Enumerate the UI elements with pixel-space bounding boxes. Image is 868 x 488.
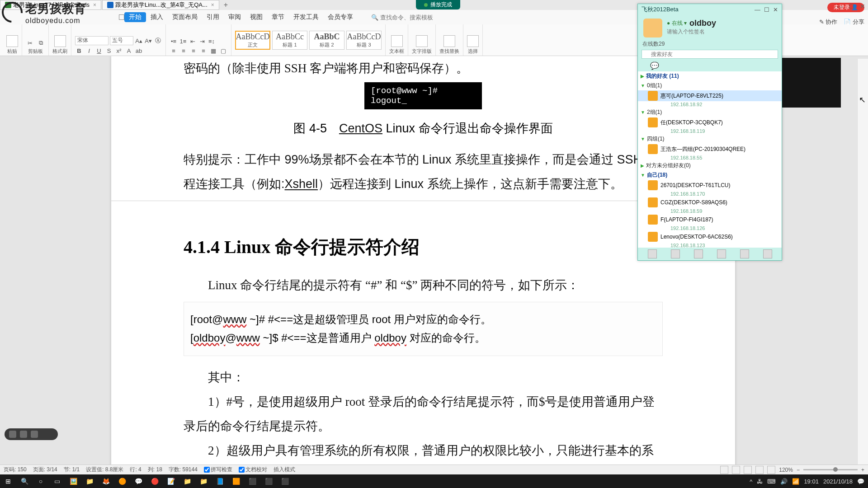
style-h2[interactable]: AaBbC标题 2 (309, 31, 344, 50)
close-icon[interactable]: × (211, 2, 214, 8)
grow-font-icon[interactable]: A▴ (135, 37, 143, 45)
tray-input-icon[interactable]: ⌨ (767, 478, 776, 485)
align-center-icon[interactable]: ≡ (179, 47, 188, 55)
minimize-icon[interactable]: — (837, 3, 843, 10)
status-section[interactable]: 节: 1/1 (64, 466, 80, 474)
friend-wanghaodong[interactable]: 王浩东—四组(PC-20190304QREE) (638, 144, 782, 155)
ftool3-icon[interactable] (31, 431, 38, 438)
menu-review[interactable]: 审阅 (224, 12, 245, 22)
tray-vol-icon[interactable]: 🔊 (780, 478, 788, 485)
app-12-icon[interactable]: ⬛ (244, 474, 260, 488)
indent-icon[interactable]: ⇥ (198, 37, 206, 45)
app-13-icon[interactable]: ⬛ (260, 474, 277, 488)
zoom-thumb[interactable] (833, 467, 838, 472)
command-search[interactable]: 🔍 (371, 14, 434, 21)
menu-vip[interactable]: 会员专享 (323, 12, 358, 22)
status-words[interactable]: 字数: 59144 (169, 466, 198, 474)
status-pos[interactable]: 设置值: 8.8厘米 (86, 466, 123, 474)
group-self[interactable]: ▼自己(18) (638, 170, 782, 180)
s4-icon[interactable] (732, 61, 742, 70)
bb2-icon[interactable] (671, 249, 680, 258)
close-icon[interactable]: ✕ (860, 3, 865, 10)
floating-toolbar[interactable] (5, 428, 58, 440)
search-taskbar-icon[interactable]: 🔍 (16, 474, 33, 488)
view-mode-3-icon[interactable] (744, 466, 752, 474)
underline-button[interactable]: U (95, 47, 103, 55)
tray-net-icon[interactable]: 🖧 (757, 478, 763, 485)
highlight-button[interactable]: ab (135, 47, 143, 55)
cut-icon[interactable]: ✂ (26, 39, 34, 47)
msg-icon[interactable]: 💬 (650, 61, 660, 70)
maximize-icon[interactable]: ☐ (849, 3, 854, 10)
doc-fix[interactable]: 文档校对 (239, 466, 267, 474)
taskview-icon[interactable]: ▭ (49, 474, 65, 488)
menu-start[interactable]: 开始 (124, 12, 146, 22)
avatar[interactable] (643, 19, 662, 38)
italic-button[interactable]: I (85, 47, 93, 55)
ftool1-icon[interactable] (9, 431, 16, 438)
min-icon[interactable]: — (755, 6, 760, 13)
app-5-icon[interactable]: 💬 (130, 474, 146, 488)
system-tray[interactable]: ^ 🖧 ⌨ 🔊 📶 19:01 2021/10/18 💬 (750, 478, 868, 485)
zoom-in-icon[interactable]: + (861, 467, 864, 473)
friend-search-input[interactable] (642, 50, 778, 59)
numbering-icon[interactable]: 1≡ (179, 37, 187, 45)
menu-view[interactable]: 视图 (245, 12, 267, 22)
style-h3[interactable]: AaBbCcD标题 3 (346, 31, 382, 50)
style-h1[interactable]: AaBbCc标题 1 (272, 31, 307, 50)
username[interactable]: ● 在线 ▾oldboy (667, 19, 716, 28)
app-7-icon[interactable]: 📝 (163, 474, 179, 488)
online-status[interactable]: ● 在线 ▾ (667, 19, 687, 27)
menu-layout[interactable]: 页面布局 (168, 12, 202, 22)
textbox-group[interactable]: 文本框 (386, 24, 408, 56)
centos-link[interactable]: CentOS (339, 122, 382, 135)
bb5-icon[interactable] (740, 249, 749, 258)
paste-button[interactable] (6, 35, 18, 47)
status-col[interactable]: 列: 18 (148, 466, 162, 474)
s2-icon[interactable] (678, 61, 688, 70)
s5-icon[interactable] (760, 61, 769, 70)
font-size-combo[interactable]: 五号 (110, 36, 133, 45)
menu-insert[interactable]: 插入 (146, 12, 168, 22)
file-dropdown[interactable] (119, 14, 124, 20)
find-group[interactable]: 查找替换 (436, 24, 463, 56)
friend-f[interactable]: F(LAPTOP-FI4GI187) (638, 214, 782, 225)
font-name-combo[interactable]: 宋体 (75, 36, 108, 45)
tray-date[interactable]: 2021/10/18 (823, 478, 853, 485)
align-right-icon[interactable]: ≡ (189, 47, 198, 55)
app-3-icon[interactable]: 🦊 (98, 474, 114, 488)
app-10-icon[interactable]: 📘 (212, 474, 228, 488)
side-panel-strip[interactable] (857, 59, 868, 465)
group-myfriends[interactable]: ▶我的好友 (11) (638, 71, 782, 81)
bb1-icon[interactable] (648, 249, 657, 258)
bb4-icon[interactable] (717, 249, 726, 258)
bb6-icon[interactable] (763, 249, 772, 258)
align-left-icon[interactable]: ≡ (170, 47, 178, 55)
friend-26701[interactable]: 26701(DESKTOP-T61TLCU) (638, 180, 782, 191)
app-11-icon[interactable]: 🟧 (228, 474, 244, 488)
spell-check[interactable]: 拼写检查 (204, 466, 232, 474)
friend-list[interactable]: ▶我的好友 (11) ▼0组(1) 惠可(LAPTOP-E8VLT225) 19… (638, 71, 782, 248)
xshell-link[interactable]: Xshell (285, 177, 318, 191)
new-tab-button[interactable]: + (220, 0, 231, 10)
search-input[interactable] (380, 14, 434, 21)
app-9-icon[interactable]: 📁 (195, 474, 212, 488)
fmtpaint-icon[interactable] (54, 35, 66, 47)
app-14-icon[interactable]: ⬛ (277, 474, 293, 488)
tab-word-active[interactable]: 跟老男孩学Linu...改_第4章_无QA...× (102, 0, 219, 10)
zoom-out-icon[interactable]: − (797, 467, 800, 473)
friend-huike[interactable]: 惠可(LAPTOP-E8VLT225) (638, 90, 782, 101)
close-icon[interactable]: ✕ (773, 6, 778, 13)
start-button[interactable]: ⊞ (0, 474, 16, 488)
menu-chapter[interactable]: 章节 (267, 12, 289, 22)
menu-dev[interactable]: 开发工具 (289, 12, 323, 22)
taskbar[interactable]: ⊞ 🔍 ○ ▭ 🖼️ 📁 🦊 🟠 💬 🔴 📝 📁 📁 📘 🟧 ⬛ ⬛ ⬛ ^ 🖧… (0, 474, 868, 488)
bullets-icon[interactable]: •≡ (170, 37, 178, 45)
friend-cgz[interactable]: CGZ(DESKTOP-S89AQS6) (638, 197, 782, 208)
linespacing-icon[interactable]: ≡↕ (208, 37, 216, 45)
view-mode-1-icon[interactable] (720, 466, 728, 474)
app-6-icon[interactable]: 🔴 (146, 474, 163, 488)
feiqiu-window[interactable]: 飞秋2012Beta —☐✕ ● 在线 ▾oldboy 请输入个性签名 在线数2… (637, 4, 782, 261)
app-2-icon[interactable]: 📁 (81, 474, 98, 488)
s3-icon[interactable] (705, 61, 715, 70)
